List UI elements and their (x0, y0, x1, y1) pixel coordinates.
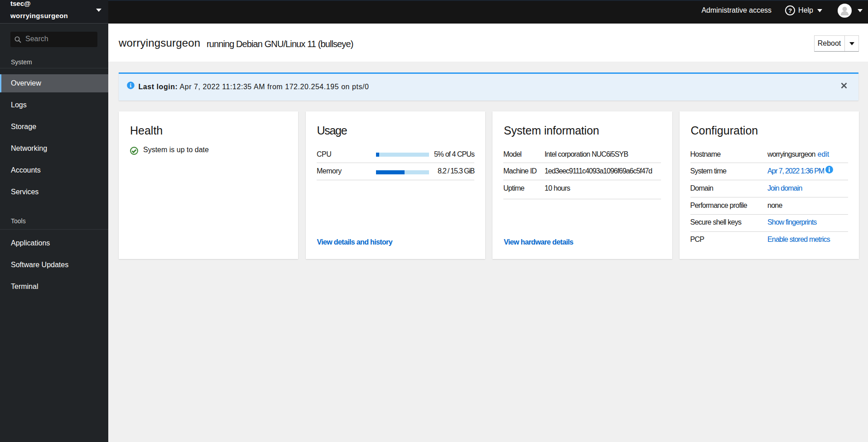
svg-text:?: ? (788, 7, 792, 14)
